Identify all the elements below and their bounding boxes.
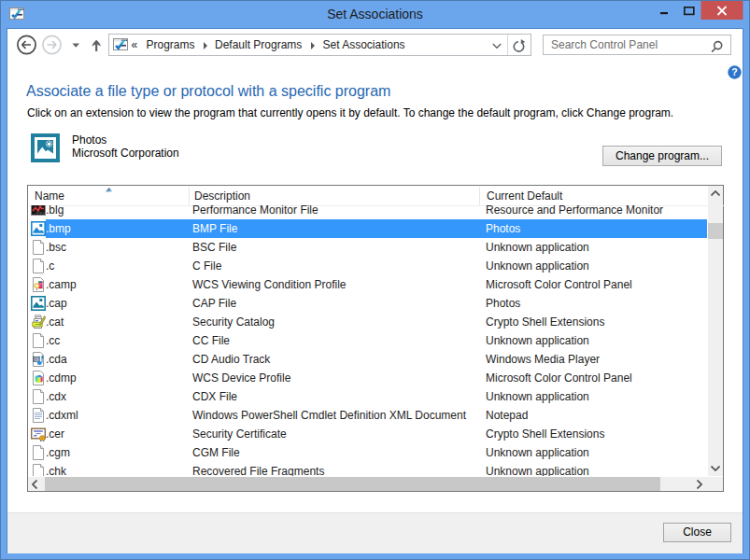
svg-text:?: ?: [731, 66, 737, 77]
